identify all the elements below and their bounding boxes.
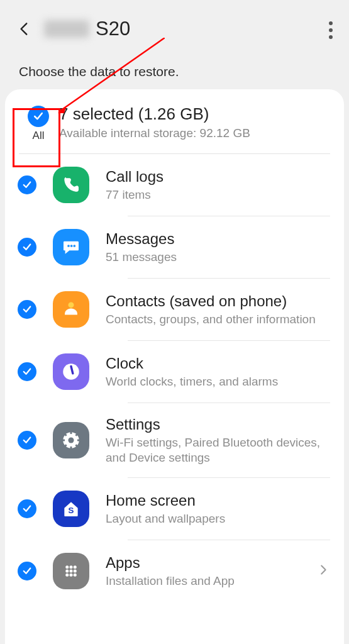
item-title: Contacts (saved on phone) bbox=[106, 292, 330, 311]
svg-point-23 bbox=[70, 574, 73, 577]
redacted-text bbox=[44, 20, 89, 38]
item-title: Home screen bbox=[106, 492, 330, 510]
list-item-contacts[interactable]: Contacts (saved on phone) Contacts, grou… bbox=[5, 279, 344, 340]
svg-point-6 bbox=[68, 438, 74, 443]
item-subtitle: World clocks, timers, and alarms bbox=[106, 374, 330, 389]
check-icon bbox=[21, 366, 33, 377]
svg-point-0 bbox=[67, 245, 70, 247]
restore-card: All 7 selected (1.26 GB) Available inter… bbox=[5, 89, 344, 644]
more-options-button[interactable] bbox=[329, 21, 333, 39]
svg-point-2 bbox=[73, 245, 75, 247]
item-title: Call logs bbox=[106, 168, 330, 186]
svg-point-16 bbox=[65, 566, 69, 569]
available-storage-label: Available internal storage: 92.12 GB bbox=[59, 126, 330, 140]
svg-point-21 bbox=[74, 570, 77, 573]
person-icon bbox=[53, 291, 89, 328]
device-title-wrap: S20 bbox=[44, 18, 130, 40]
page-instruction: Choose the data to restore. bbox=[0, 47, 349, 89]
check-icon bbox=[21, 179, 33, 191]
check-icon bbox=[21, 565, 33, 577]
svg-text:S: S bbox=[69, 506, 74, 515]
select-all-checkbox[interactable] bbox=[28, 106, 49, 127]
svg-point-1 bbox=[70, 245, 73, 247]
item-title: Messages bbox=[106, 230, 330, 248]
svg-line-13 bbox=[64, 445, 66, 447]
phone-icon bbox=[53, 167, 89, 203]
item-subtitle: 77 items bbox=[106, 187, 330, 203]
checkbox-contacts[interactable] bbox=[18, 300, 36, 319]
svg-line-12 bbox=[75, 445, 77, 447]
gear-icon bbox=[53, 422, 89, 458]
chevron-right-icon[interactable] bbox=[316, 563, 330, 579]
svg-line-14 bbox=[75, 434, 77, 436]
message-icon bbox=[53, 229, 89, 265]
selection-summary-title: 7 selected (1.26 GB) bbox=[59, 104, 330, 124]
svg-point-3 bbox=[68, 302, 74, 308]
clock-icon bbox=[53, 353, 89, 390]
svg-point-22 bbox=[65, 574, 69, 577]
list-item-clock[interactable]: Clock World clocks, timers, and alarms bbox=[5, 341, 344, 402]
back-button[interactable] bbox=[14, 18, 35, 40]
item-subtitle: Layout and wallpapers bbox=[106, 511, 330, 526]
checkbox-settings[interactable] bbox=[18, 431, 36, 450]
more-icon bbox=[329, 21, 333, 25]
checkbox-apps[interactable] bbox=[18, 562, 36, 580]
select-all-row: All 7 selected (1.26 GB) Available inter… bbox=[5, 98, 344, 153]
list-item-settings[interactable]: Settings Wi-Fi settings, Paired Bluetoot… bbox=[5, 403, 344, 477]
list-item-call-logs[interactable]: Call logs 77 items bbox=[5, 154, 344, 216]
item-subtitle: Installation files and App bbox=[106, 574, 316, 589]
item-title: Settings bbox=[106, 416, 330, 434]
list-item-home-screen[interactable]: S Home screen Layout and wallpapers bbox=[5, 478, 344, 540]
item-title: Clock bbox=[106, 355, 330, 373]
checkbox-call-logs[interactable] bbox=[18, 175, 36, 194]
back-icon bbox=[16, 21, 33, 37]
item-title: Apps bbox=[106, 554, 316, 572]
svg-point-18 bbox=[74, 566, 77, 569]
checkbox-clock[interactable] bbox=[18, 362, 36, 381]
svg-point-20 bbox=[70, 570, 73, 573]
check-icon bbox=[21, 503, 33, 514]
svg-point-24 bbox=[74, 574, 77, 577]
check-icon bbox=[32, 110, 45, 123]
check-icon bbox=[21, 435, 33, 446]
check-icon bbox=[21, 304, 33, 315]
checkbox-home-screen[interactable] bbox=[18, 499, 36, 518]
select-all-label: All bbox=[33, 130, 45, 142]
list-item-apps[interactable]: Apps Installation files and App bbox=[5, 540, 344, 593]
checkbox-messages[interactable] bbox=[18, 238, 36, 257]
device-name: S20 bbox=[96, 18, 130, 40]
svg-point-19 bbox=[65, 570, 69, 573]
grid-icon bbox=[53, 553, 89, 589]
svg-point-17 bbox=[70, 566, 73, 569]
svg-line-11 bbox=[64, 434, 66, 436]
item-subtitle: Wi-Fi settings, Paired Bluetooth devices… bbox=[106, 435, 330, 465]
home-icon: S bbox=[53, 491, 89, 527]
check-icon bbox=[21, 242, 33, 253]
item-subtitle: Contacts, groups, and other information bbox=[106, 312, 330, 327]
header: S20 bbox=[0, 0, 349, 47]
list-item-messages[interactable]: Messages 51 messages bbox=[5, 216, 344, 278]
item-subtitle: 51 messages bbox=[106, 250, 330, 265]
